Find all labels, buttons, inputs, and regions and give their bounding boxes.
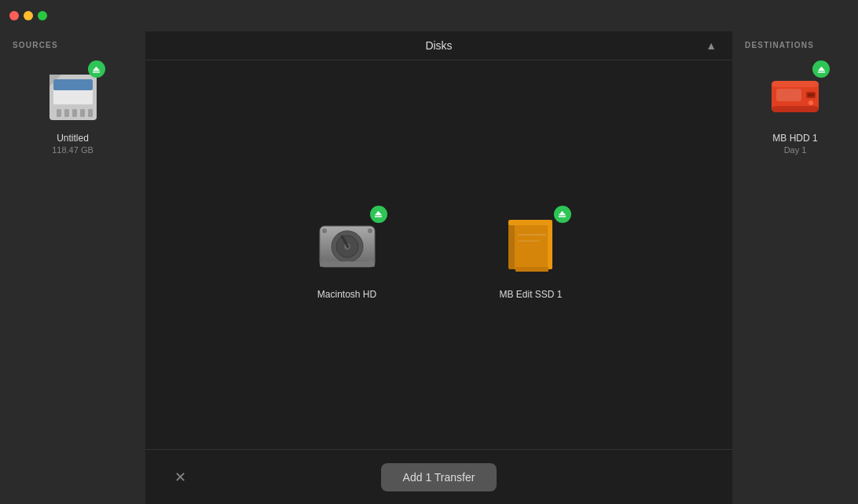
svg-rect-24 <box>512 222 552 269</box>
titlebar <box>0 0 858 31</box>
svg-rect-6 <box>72 109 77 117</box>
destinations-items: MB HDD 1 Day 1 <box>732 59 858 161</box>
svg-rect-25 <box>508 222 515 269</box>
close-button[interactable] <box>9 11 19 20</box>
svg-rect-28 <box>515 267 548 272</box>
eject-badge-source <box>88 60 105 78</box>
svg-rect-10 <box>93 71 100 72</box>
bottom-bar: ✕ Add 1 Transfer <box>145 449 732 504</box>
source-disk-name: Untitled <box>57 133 89 144</box>
chevron-up-icon[interactable]: ▲ <box>706 39 717 52</box>
minimize-button[interactable] <box>24 11 33 20</box>
svg-rect-35 <box>772 106 819 112</box>
eject-icon-ssd <box>558 210 566 218</box>
svg-rect-5 <box>64 109 69 117</box>
eject-icon-macintosh <box>374 210 383 218</box>
svg-rect-32 <box>559 216 566 217</box>
sources-items: Untitled 118.47 GB <box>0 59 145 161</box>
svg-rect-8 <box>88 109 93 117</box>
main-layout: SOURCES <box>0 31 858 504</box>
eject-badge-macintosh <box>370 206 387 223</box>
mb-hdd1-label: Day 1 <box>784 145 807 155</box>
source-disk-size: 118.47 GB <box>52 145 94 155</box>
sources-label: SOURCES <box>0 41 145 59</box>
svg-rect-23 <box>375 216 382 217</box>
svg-rect-7 <box>80 109 85 117</box>
traffic-lights <box>9 11 47 20</box>
disk-item-mb-edit-ssd[interactable]: MB Edit SSD 1 <box>486 204 576 306</box>
svg-rect-26 <box>548 222 552 269</box>
hdd-icon-wrapper <box>312 210 383 284</box>
macintosh-hd-name: Macintosh HD <box>317 289 376 300</box>
disk-item-macintosh-hd[interactable]: Macintosh HD <box>302 204 392 306</box>
svg-point-17 <box>322 228 327 233</box>
ssd-icon-wrapper <box>496 210 566 284</box>
svg-rect-27 <box>508 220 552 225</box>
sources-sidebar: SOURCES <box>0 31 145 504</box>
mb-edit-ssd-name: MB Edit SSD 1 <box>499 289 562 300</box>
svg-rect-41 <box>817 71 824 72</box>
eject-badge-ssd <box>554 206 571 223</box>
sd-card-icon-wrapper <box>46 65 101 128</box>
svg-rect-3 <box>53 79 93 90</box>
svg-rect-4 <box>57 109 61 117</box>
destinations-label: DESTINATIONS <box>732 41 858 59</box>
add-transfer-button[interactable]: Add 1 Transfer <box>381 463 497 491</box>
portable-hdd-icon-wrapper <box>765 65 825 128</box>
disks-grid: Macintosh HD <box>145 60 732 449</box>
svg-rect-37 <box>808 93 814 97</box>
svg-rect-30 <box>518 240 540 242</box>
eject-icon-hdd1 <box>817 65 826 74</box>
destinations-sidebar: DESTINATIONS <box>732 31 858 504</box>
svg-rect-21 <box>320 261 375 267</box>
eject-badge-hdd1 <box>812 60 830 78</box>
mb-hdd1-name: MB HDD 1 <box>772 133 817 144</box>
svg-marker-31 <box>559 211 566 216</box>
center-title: Disks <box>425 39 452 52</box>
svg-point-39 <box>808 100 813 105</box>
close-icon[interactable]: ✕ <box>169 466 191 488</box>
svg-rect-34 <box>772 81 819 87</box>
hdd-icon <box>312 210 383 281</box>
svg-point-18 <box>368 228 372 233</box>
svg-marker-22 <box>375 211 382 216</box>
destination-item-mb-hdd[interactable]: MB HDD 1 Day 1 <box>756 59 834 161</box>
center-panel: Disks ▲ <box>145 31 732 504</box>
svg-marker-40 <box>817 66 824 71</box>
center-header: Disks ▲ <box>145 31 732 60</box>
eject-icon <box>92 65 101 74</box>
svg-rect-29 <box>518 234 546 236</box>
svg-marker-9 <box>93 66 100 71</box>
svg-rect-38 <box>776 89 801 101</box>
maximize-button[interactable] <box>38 11 47 20</box>
source-item-untitled[interactable]: Untitled 118.47 GB <box>36 59 110 161</box>
ssd-book-icon <box>496 210 566 281</box>
